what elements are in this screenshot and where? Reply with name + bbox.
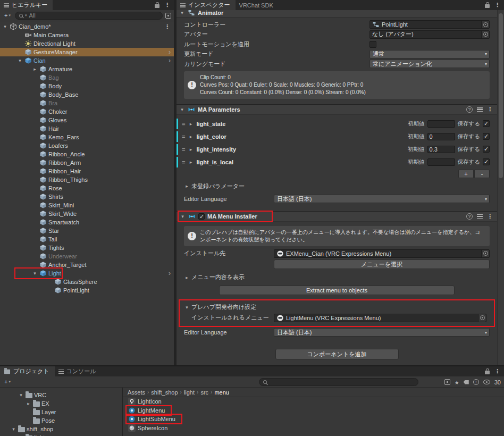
parameter-row[interactable]: =▸light_state初期値保存する <box>182 119 490 129</box>
expand-toggle-icon[interactable] <box>180 214 186 219</box>
kebab-menu-icon[interactable] <box>164 23 170 30</box>
saved-checkbox[interactable] <box>483 133 490 140</box>
hierarchy-row[interactable]: ▾Cian_demo* <box>0 22 174 31</box>
drag-handle-icon[interactable]: = <box>182 121 185 127</box>
hierarchy-row[interactable]: Star <box>0 227 174 235</box>
hierarchy-row[interactable]: Body_Base <box>0 90 174 99</box>
parameter-row[interactable]: =▸light_intensity初期値0.3保存する <box>182 144 490 155</box>
object-picker-button[interactable] <box>481 31 489 38</box>
hierarchy-row[interactable]: PointLight <box>0 286 174 295</box>
remove-parameter-button[interactable]: - <box>474 170 490 178</box>
avatar-object-field[interactable]: なし (アバター) <box>369 30 490 39</box>
hierarchy-row[interactable]: Anchor_Target <box>0 261 174 269</box>
object-picker-button[interactable] <box>481 250 489 257</box>
controller-object-field[interactable]: PointLight <box>369 20 490 29</box>
alert-icon[interactable] <box>473 379 479 385</box>
help-icon[interactable] <box>466 106 473 113</box>
hierarchy-row[interactable]: Ribbon_Thighs <box>0 175 174 184</box>
project-folder-row[interactable]: Layer <box>0 408 122 416</box>
kebab-menu-icon[interactable] <box>487 213 493 220</box>
object-picker-button[interactable] <box>478 314 486 322</box>
search-options-icon[interactable] <box>444 379 450 385</box>
breadcrumb-item[interactable]: menu <box>214 389 229 396</box>
show-menu-contents-foldout[interactable]: メニュー内容を表示 <box>184 273 490 281</box>
dev-settings-foldout[interactable]: プレハブ開発者向け設定 <box>184 303 490 311</box>
prefab-open-chevron[interactable]: › <box>169 48 171 56</box>
hierarchy-row[interactable]: ▸Armature <box>0 65 174 73</box>
hierarchy-row[interactable]: ▾Cian› <box>0 56 174 65</box>
tab-console[interactable]: コンソール <box>55 366 102 376</box>
project-folder-row[interactable]: ▾shift_shop <box>0 425 122 433</box>
breadcrumb-item[interactable]: src <box>200 389 208 396</box>
project-file-row[interactable]: SphereIcon <box>123 424 504 433</box>
installed-menu-field[interactable]: LightMenu (VRC Expressions Menu) <box>274 314 486 322</box>
hierarchy-row[interactable]: Ribbon_Hair <box>0 167 174 175</box>
hierarchy-row[interactable]: Ribbon_Arm <box>0 158 174 167</box>
hierarchy-row[interactable]: GestureManager› <box>0 48 174 56</box>
hierarchy-row[interactable]: Tights <box>0 244 174 252</box>
breadcrumb-item[interactable]: Assets <box>128 389 145 396</box>
hierarchy-row[interactable]: Main Camera <box>0 31 174 39</box>
hierarchy-row[interactable]: Loafers <box>0 141 174 150</box>
tab-vrchat-sdk[interactable]: VRChat SDK <box>236 0 279 10</box>
expand-toggle-icon[interactable]: ▸ <box>32 66 38 72</box>
create-asset-button[interactable]: + ▾ <box>3 379 12 385</box>
install-target-field[interactable]: EXMenu_Cian (VRC Expressions Menu) <box>274 249 490 258</box>
open-search-window-icon[interactable] <box>165 13 171 19</box>
prefab-open-chevron[interactable]: › <box>169 57 171 64</box>
expand-toggle-icon[interactable]: ▾ <box>32 271 38 276</box>
expand-toggle-icon[interactable]: ▸ <box>188 147 194 152</box>
tab-inspector[interactable]: インスペクター <box>177 0 236 10</box>
hierarchy-row[interactable]: GlassSphere <box>0 278 174 286</box>
drag-handle-icon[interactable]: = <box>182 159 185 165</box>
hierarchy-row[interactable]: Kemo_Ears <box>0 133 174 141</box>
kebab-menu-icon[interactable] <box>494 2 500 9</box>
tab-hierarchy[interactable]: ヒエラルキー <box>0 0 53 10</box>
hierarchy-row[interactable]: Ribbon_Ancle <box>0 150 174 158</box>
hierarchy-row[interactable]: Gloves <box>0 116 174 124</box>
extract-menu-button[interactable]: Extract menu to objects <box>219 286 455 295</box>
project-folder-row[interactable]: Pose <box>0 416 122 425</box>
unregistered-parameters-foldout[interactable]: 未登録パラメーター <box>184 182 490 190</box>
project-file-row[interactable]: LightSubMenu <box>123 415 504 424</box>
ma-menu-installer-header[interactable]: MA Menu Installer <box>177 211 497 222</box>
default-value-input[interactable]: 0 <box>427 133 455 140</box>
expand-toggle-icon[interactable] <box>179 107 185 112</box>
hierarchy-search-input[interactable]: ▾ All <box>15 12 163 20</box>
project-file-row[interactable]: LightMenu <box>123 406 504 415</box>
scrollbar-thumb[interactable] <box>499 13 503 178</box>
create-object-button[interactable]: + ▾ <box>3 12 12 19</box>
hierarchy-row[interactable]: Shirts <box>0 192 174 201</box>
expand-toggle-icon[interactable]: ▸ <box>188 134 194 139</box>
parameter-row[interactable]: =▸light_is_local初期値保存する <box>182 157 490 167</box>
hierarchy-row[interactable]: Directional Light <box>0 39 174 48</box>
presets-icon[interactable] <box>477 214 483 219</box>
presets-icon[interactable] <box>477 107 483 112</box>
hierarchy-row[interactable]: Smartwatch <box>0 218 174 227</box>
hierarchy-row[interactable]: Body <box>0 82 174 90</box>
prefab-open-chevron[interactable]: › <box>169 270 171 277</box>
help-icon[interactable] <box>466 213 473 220</box>
inspector-scrollbar[interactable] <box>497 10 504 365</box>
object-picker-button[interactable] <box>481 21 489 28</box>
saved-checkbox[interactable] <box>483 146 490 153</box>
add-parameter-button[interactable]: + <box>458 170 474 178</box>
lock-icon[interactable] <box>155 4 159 8</box>
label-tag-icon[interactable] <box>464 380 469 384</box>
lock-icon[interactable] <box>485 4 490 8</box>
expand-toggle-icon[interactable]: ▾ <box>17 58 23 63</box>
project-folder-row[interactable]: ▸EX <box>0 399 122 408</box>
editor-language-dropdown[interactable]: 日本語 (日本) <box>274 195 490 203</box>
hierarchy-row[interactable]: Hair <box>0 124 174 133</box>
expand-toggle-icon[interactable]: ▾ <box>18 392 24 398</box>
add-component-button[interactable]: コンポーネントを追加 <box>275 349 399 359</box>
project-search-input[interactable] <box>259 378 418 386</box>
drag-handle-icon[interactable]: = <box>182 146 185 153</box>
hierarchy-row[interactable]: Bra <box>0 99 174 107</box>
culling-mode-dropdown[interactable]: 常にアニメーション化 <box>369 60 490 68</box>
hierarchy-row[interactable]: Skirt_Mini <box>0 201 174 209</box>
saved-checkbox[interactable] <box>483 120 490 127</box>
expand-toggle-icon[interactable]: ▸ <box>188 121 194 127</box>
hierarchy-row[interactable]: ▾Light› <box>0 269 174 278</box>
project-file-row[interactable]: LightIcon <box>123 397 504 406</box>
